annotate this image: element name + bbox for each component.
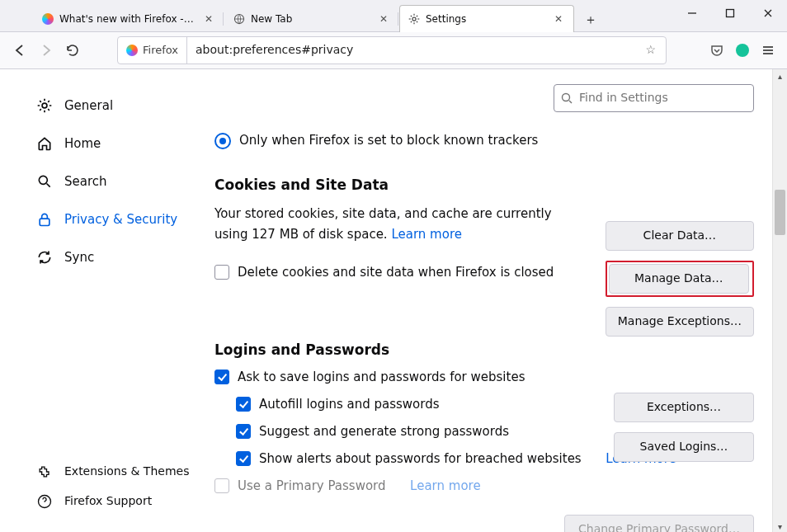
lock-icon bbox=[36, 211, 53, 228]
browser-tab[interactable]: What's new with Firefox - More ✕ bbox=[33, 6, 224, 31]
window-close-button[interactable] bbox=[749, 0, 787, 26]
radio-icon bbox=[214, 133, 231, 149]
checkbox-icon bbox=[214, 265, 229, 280]
primary-learn-more-link[interactable]: Learn more bbox=[410, 478, 481, 495]
svg-point-3 bbox=[42, 103, 47, 108]
section-heading-cookies: Cookies and Site Data bbox=[214, 176, 754, 195]
search-icon bbox=[36, 173, 53, 190]
window-maximize-button[interactable] bbox=[711, 0, 749, 26]
find-in-settings-input[interactable] bbox=[577, 89, 747, 107]
search-icon bbox=[561, 92, 573, 104]
globe-icon bbox=[233, 13, 245, 25]
sidebar-item-label: Firefox Support bbox=[64, 493, 152, 510]
app-menu-icon[interactable] bbox=[761, 43, 775, 58]
scroll-up-icon[interactable]: ▴ bbox=[773, 69, 787, 83]
ask-save-logins-checkbox[interactable]: Ask to save logins and passwords for web… bbox=[214, 369, 754, 386]
close-tab-icon[interactable]: ✕ bbox=[202, 12, 215, 26]
pocket-icon[interactable] bbox=[709, 43, 724, 58]
checkbox-label: Suggest and generate strong passwords bbox=[259, 423, 509, 440]
firefox-icon bbox=[42, 13, 54, 25]
section-heading-logins: Logins and Passwords bbox=[214, 341, 754, 360]
saved-logins-button[interactable]: Saved Logins… bbox=[614, 432, 754, 462]
question-icon bbox=[36, 493, 53, 510]
primary-password-checkbox[interactable]: Use a Primary Password Learn more bbox=[214, 478, 754, 495]
manage-data-button[interactable]: Manage Data… bbox=[609, 264, 749, 294]
svg-rect-2 bbox=[727, 10, 734, 17]
checkbox-label: Autofill logins and passwords bbox=[259, 396, 440, 413]
home-icon bbox=[36, 135, 53, 152]
logins-exceptions-button[interactable]: Exceptions… bbox=[614, 393, 754, 422]
identity-label: Firefox bbox=[143, 43, 178, 58]
sidebar-item-label: Search bbox=[64, 173, 107, 191]
checkbox-label: Show alerts about passwords for breached… bbox=[259, 450, 582, 468]
browser-tab-active[interactable]: Settings ✕ bbox=[399, 5, 574, 32]
reload-button[interactable] bbox=[64, 42, 81, 59]
window-minimize-button[interactable] bbox=[673, 0, 711, 26]
settings-main: Only when Firefox is set to block known … bbox=[206, 69, 787, 532]
site-identity[interactable]: Firefox bbox=[118, 37, 187, 64]
gear-icon bbox=[408, 13, 420, 25]
svg-point-1 bbox=[412, 17, 416, 21]
manage-data-highlight: Manage Data… bbox=[606, 261, 754, 297]
url-bar[interactable]: Firefox about:preferences#privacy ☆ bbox=[117, 36, 667, 64]
find-in-settings[interactable] bbox=[554, 84, 754, 112]
sidebar-item-general[interactable]: General bbox=[0, 89, 206, 122]
sidebar-item-label: Sync bbox=[64, 249, 94, 266]
tab-label: What's new with Firefox - More bbox=[59, 12, 196, 26]
manage-exceptions-button[interactable]: Manage Exceptions… bbox=[606, 307, 754, 337]
radio-label: Only when Firefox is set to block known … bbox=[239, 132, 538, 149]
settings-sidebar: General Home Search Privacy & Security S… bbox=[0, 69, 206, 532]
scrollbar-thumb[interactable] bbox=[775, 190, 785, 235]
sidebar-item-label: Privacy & Security bbox=[64, 211, 177, 228]
sidebar-item-search[interactable]: Search bbox=[0, 165, 206, 198]
svg-rect-5 bbox=[40, 219, 49, 225]
new-tab-button[interactable]: ＋ bbox=[579, 8, 602, 31]
checkbox-label: Ask to save logins and passwords for web… bbox=[238, 369, 525, 386]
sidebar-item-privacy[interactable]: Privacy & Security bbox=[0, 203, 206, 236]
firefox-icon bbox=[126, 45, 138, 56]
change-primary-password-button[interactable]: Change Primary Password… bbox=[564, 515, 754, 532]
checkbox-icon bbox=[214, 370, 229, 384]
grammarly-icon[interactable] bbox=[736, 44, 749, 57]
close-tab-icon[interactable]: ✕ bbox=[377, 12, 390, 26]
browser-tab[interactable]: New Tab ✕ bbox=[224, 6, 399, 31]
tcp-radio-known-trackers[interactable]: Only when Firefox is set to block known … bbox=[214, 132, 754, 149]
back-button[interactable] bbox=[12, 42, 28, 59]
sidebar-item-label: General bbox=[64, 97, 113, 115]
tab-label: New Tab bbox=[251, 12, 371, 26]
svg-point-7 bbox=[563, 94, 570, 101]
browser-toolbar: Firefox about:preferences#privacy ☆ bbox=[0, 32, 787, 69]
checkbox-icon bbox=[236, 451, 251, 466]
sidebar-item-label: Home bbox=[64, 135, 101, 153]
cookies-storage-desc: Your stored cookies, site data, and cach… bbox=[214, 204, 577, 246]
url-text: about:preferences#privacy bbox=[187, 42, 635, 59]
forward-button[interactable] bbox=[38, 42, 54, 59]
svg-point-4 bbox=[39, 176, 47, 184]
scrollbar[interactable]: ▴ ▾ bbox=[772, 69, 787, 532]
gear-icon bbox=[36, 97, 53, 114]
puzzle-icon bbox=[36, 464, 53, 480]
browser-tab-strip: What's new with Firefox - More ✕ New Tab… bbox=[0, 0, 787, 32]
sidebar-extensions-themes[interactable]: Extensions & Themes bbox=[0, 459, 206, 484]
sync-icon bbox=[36, 249, 53, 266]
clear-data-button[interactable]: Clear Data… bbox=[606, 221, 754, 251]
sidebar-item-label: Extensions & Themes bbox=[64, 464, 189, 480]
sidebar-item-home[interactable]: Home bbox=[0, 127, 206, 160]
checkbox-label: Use a Primary Password bbox=[238, 478, 386, 495]
checkbox-icon bbox=[236, 397, 251, 412]
close-tab-icon[interactable]: ✕ bbox=[552, 12, 565, 26]
bookmark-star-icon[interactable]: ☆ bbox=[635, 42, 666, 59]
sidebar-firefox-support[interactable]: Firefox Support bbox=[0, 489, 206, 514]
tab-label: Settings bbox=[426, 12, 546, 26]
sidebar-item-sync[interactable]: Sync bbox=[0, 241, 206, 274]
cookies-learn-more-link[interactable]: Learn more bbox=[391, 227, 462, 242]
checkbox-icon bbox=[214, 478, 229, 493]
checkbox-label: Delete cookies and site data when Firefo… bbox=[238, 264, 554, 281]
checkbox-icon bbox=[236, 424, 251, 439]
scroll-down-icon[interactable]: ▾ bbox=[773, 520, 787, 532]
delete-on-close-checkbox[interactable]: Delete cookies and site data when Firefo… bbox=[214, 264, 577, 281]
